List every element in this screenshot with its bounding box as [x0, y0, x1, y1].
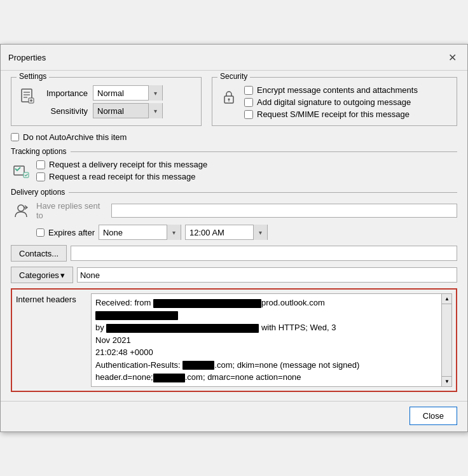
- line7-redacted: [153, 374, 185, 382]
- contacts-button[interactable]: Contacts...: [11, 245, 67, 262]
- security-inner: Encrypt message contents and attachments…: [219, 85, 450, 119]
- expires-checkbox[interactable]: [36, 228, 45, 237]
- header-line-5: 21:02:48 +0000: [95, 346, 437, 359]
- settings-icon-svg: [19, 88, 37, 106]
- security-checkboxes: Encrypt message contents and attachments…: [244, 85, 418, 119]
- internet-headers-row: Internet headers Received: from prod.out…: [16, 293, 452, 387]
- smime-checkbox[interactable]: [244, 110, 253, 119]
- tracking-checkboxes: Request a delivery receipt for this mess…: [36, 160, 207, 181]
- line6-prefix: Authentication-Results:: [95, 360, 182, 370]
- line6-suffix: .com; dkim=none (message not signed): [214, 360, 359, 370]
- read-receipt-row: Request a read receipt for this message: [36, 172, 207, 181]
- title-bar: Properties ✕: [1, 45, 467, 71]
- svg-rect-11: [24, 172, 29, 178]
- line3-prefix: by: [95, 323, 106, 332]
- sensitivity-dropdown[interactable]: Normal ▾: [93, 103, 163, 118]
- security-icon: [219, 85, 239, 108]
- importance-dropdown[interactable]: Normal ▾: [93, 85, 163, 101]
- properties-dialog: Properties ✕ Settings: [0, 44, 468, 432]
- smime-checkbox-row: Request S/MIME receipt for this message: [244, 109, 418, 119]
- contacts-input[interactable]: [71, 246, 457, 261]
- sensitivity-value: Normal: [93, 106, 148, 116]
- delivery-receipt-checkbox[interactable]: [36, 160, 45, 169]
- settings-group-label: Settings: [17, 72, 49, 81]
- line3-suffix: with HTTPS; Wed, 3: [259, 323, 336, 332]
- dialog-footer: Close: [1, 401, 467, 431]
- internet-headers-label: Internet headers: [16, 293, 86, 304]
- delivery-divider: Delivery options: [11, 188, 457, 197]
- settings-security-row: Settings: [11, 77, 457, 126]
- expires-date-arrow: ▾: [167, 225, 181, 240]
- tracking-divider-line: [71, 151, 457, 152]
- delivery-section-label: Delivery options: [11, 188, 65, 197]
- contacts-row: Contacts...: [11, 245, 457, 262]
- header-line-1: Received: from prod.outlook.com: [95, 297, 437, 309]
- auto-archive-label: Do not AutoArchive this item: [23, 132, 127, 142]
- digital-sig-checkbox[interactable]: [244, 98, 253, 107]
- sensitivity-arrow: ▾: [148, 103, 162, 118]
- scrollbar-track: [442, 304, 451, 376]
- encrypt-label: Encrypt message contents and attachments: [257, 85, 418, 95]
- expires-date-dropdown[interactable]: None ▾: [99, 225, 181, 240]
- auto-archive-row: Do not AutoArchive this item: [11, 132, 457, 142]
- expires-time-arrow: ▾: [253, 225, 267, 240]
- expires-time-dropdown[interactable]: 12:00 AM ▾: [185, 225, 268, 240]
- auto-archive-checkbox[interactable]: [11, 133, 19, 141]
- digital-sig-checkbox-row: Add digital signature to outgoing messag…: [244, 97, 418, 107]
- categories-button[interactable]: Categories ▾: [11, 267, 73, 283]
- delivery-replies-row: Have replies sent to: [11, 200, 457, 221]
- svg-point-8: [228, 99, 230, 101]
- tracking-divider: Tracking options: [11, 147, 457, 156]
- line7-prefix: header.d=none;: [95, 372, 153, 382]
- digital-sig-label: Add digital signature to outgoing messag…: [257, 97, 411, 107]
- tracking-section-label: Tracking options: [11, 147, 67, 156]
- line1-prefix: Received: from: [95, 298, 153, 307]
- delivery-receipt-label: Request a delivery receipt for this mess…: [49, 160, 207, 169]
- dialog-content: Settings: [1, 71, 467, 401]
- importance-value: Normal: [93, 88, 148, 98]
- header-line-3: by with HTTPS; Wed, 3: [95, 321, 437, 334]
- scroll-up-button[interactable]: ▲: [442, 294, 452, 304]
- close-dialog-button[interactable]: Close: [410, 407, 457, 425]
- importance-arrow: ▾: [148, 85, 162, 101]
- dialog-title: Properties: [8, 53, 46, 62]
- delivery-divider-line: [69, 192, 457, 193]
- importance-label: Importance: [43, 88, 88, 98]
- smime-label: Request S/MIME receipt for this message: [257, 109, 410, 119]
- title-bar-close-button[interactable]: ✕: [444, 50, 460, 65]
- tracking-icon: [11, 160, 31, 183]
- settings-icon: [18, 87, 38, 107]
- read-receipt-checkbox[interactable]: [36, 172, 45, 181]
- categories-dropdown-arrow: ▾: [60, 270, 65, 280]
- header-line-6: Authentication-Results: .com; dkim=none …: [95, 359, 437, 372]
- contacts-btn-label: Contacts...: [19, 249, 59, 258]
- categories-input[interactable]: [77, 267, 457, 283]
- replies-input[interactable]: [111, 204, 457, 218]
- svg-point-12: [18, 205, 24, 211]
- settings-inner: Importance Normal ▾ Sensitivity Normal ▾: [18, 85, 195, 118]
- security-group-label: Security: [217, 72, 250, 81]
- expires-row: Expires after None ▾ 12:00 AM ▾: [11, 225, 457, 240]
- encrypt-checkbox[interactable]: [244, 86, 253, 95]
- settings-group: Settings: [11, 77, 202, 126]
- read-receipt-label: Request a read receipt for this message: [49, 172, 196, 181]
- scroll-down-button[interactable]: ▼: [442, 376, 452, 386]
- delivery-inner: Have replies sent to Expires after None …: [11, 200, 457, 283]
- scrollbar: ▲ ▼: [441, 294, 451, 386]
- line3-redacted: [106, 324, 259, 333]
- svg-rect-10: [14, 166, 24, 175]
- header-line-2: [95, 309, 437, 322]
- categories-btn-label: Categories: [19, 270, 59, 280]
- security-group: Security Encrypt: [212, 77, 457, 126]
- tracking-inner: Request a delivery receipt for this mess…: [11, 160, 457, 183]
- header-line-7: header.d=none; .com; dmarc=none action=n…: [95, 371, 437, 384]
- internet-headers-content: Received: from prod.outlook.com by with …: [91, 293, 452, 387]
- categories-row: Categories ▾: [11, 267, 457, 283]
- settings-fields: Importance Normal ▾ Sensitivity Normal ▾: [43, 85, 163, 118]
- headers-text: Received: from prod.outlook.com by with …: [92, 294, 441, 386]
- line1-redacted: [153, 299, 261, 308]
- have-replies-label: Have replies sent to: [36, 201, 106, 220]
- delivery-icon: [11, 200, 31, 221]
- line2-redacted: [95, 311, 178, 320]
- sensitivity-label: Sensitivity: [43, 106, 88, 116]
